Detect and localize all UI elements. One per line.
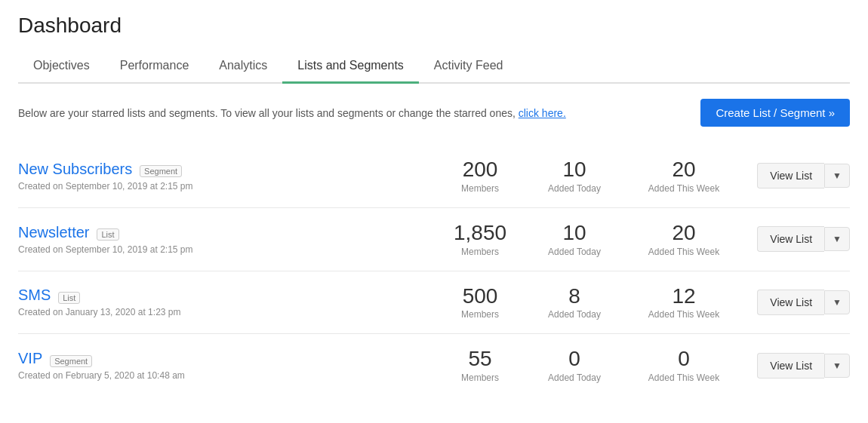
list-row: Newsletter List Created on September 10,… — [18, 208, 850, 271]
tab-activity-feed[interactable]: Activity Feed — [419, 50, 519, 84]
col-members-vip: 55 Members — [435, 348, 525, 383]
col-name-newsletter: Newsletter List Created on September 10,… — [18, 224, 435, 255]
list-row: SMS List Created on January 13, 2020 at … — [18, 271, 850, 335]
added-today-label-sms: Added Today — [525, 309, 623, 320]
col-added-week-new-subscribers: 20 Added This Week — [623, 158, 744, 194]
col-action-newsletter: View List ▼ — [744, 226, 850, 252]
item-badge-sms: List — [58, 292, 80, 304]
col-action-new-subscribers: View List ▼ — [744, 163, 850, 189]
members-number-new-subscribers: 200 — [435, 158, 525, 182]
col-members-newsletter: 1,850 Members — [435, 222, 525, 257]
added-week-number-sms: 12 — [623, 285, 744, 308]
view-list-dropdown-newsletter[interactable]: ▼ — [824, 227, 850, 251]
members-label-newsletter: Members — [435, 247, 525, 257]
list-row: New Subscribers Segment Created on Septe… — [18, 145, 850, 208]
added-week-label-newsletter: Added This Week — [623, 247, 744, 257]
members-label-vip: Members — [435, 372, 525, 383]
col-added-week-vip: 0 Added This Week — [623, 348, 744, 383]
col-action-vip: View List ▼ — [744, 353, 850, 379]
view-btn-wrapper-sms: View List ▼ — [744, 290, 850, 315]
col-added-today-vip: 0 Added Today — [525, 348, 623, 383]
added-today-label-newsletter: Added Today — [525, 247, 623, 257]
members-number-vip: 55 — [435, 348, 525, 371]
members-label-sms: Members — [435, 309, 525, 320]
item-name-vip[interactable]: VIP — [18, 350, 42, 366]
item-created-sms: Created on January 13, 2020 at 1:23 pm — [18, 307, 435, 317]
added-today-number-newsletter: 10 — [525, 222, 623, 245]
item-badge-new-subscribers: Segment — [140, 165, 182, 177]
item-created-new-subscribers: Created on September 10, 2019 at 2:15 pm — [18, 181, 435, 192]
col-members-new-subscribers: 200 Members — [435, 158, 525, 194]
view-btn-wrapper-new-subscribers: View List ▼ — [744, 163, 850, 189]
added-today-label-new-subscribers: Added Today — [525, 183, 623, 194]
added-week-label-vip: Added This Week — [623, 372, 744, 383]
item-created-newsletter: Created on September 10, 2019 at 2:15 pm — [18, 244, 435, 255]
page-header: Dashboard ObjectivesPerformanceAnalytics… — [0, 0, 868, 84]
col-name-new-subscribers: New Subscribers Segment Created on Septe… — [18, 161, 435, 192]
col-added-week-newsletter: 20 Added This Week — [623, 222, 744, 257]
col-members-sms: 500 Members — [435, 285, 525, 320]
view-list-button-sms[interactable]: View List — [757, 290, 824, 315]
members-label-new-subscribers: Members — [435, 183, 525, 194]
view-btn-wrapper-newsletter: View List ▼ — [744, 226, 850, 252]
added-week-label-sms: Added This Week — [623, 309, 744, 320]
added-week-number-newsletter: 20 — [623, 222, 744, 245]
added-week-number-vip: 0 — [623, 348, 744, 371]
col-added-today-new-subscribers: 10 Added Today — [525, 158, 623, 194]
list-row: VIP Segment Created on February 5, 2020 … — [18, 334, 850, 397]
view-list-button-vip[interactable]: View List — [757, 353, 824, 379]
item-name-newsletter[interactable]: Newsletter — [18, 224, 89, 241]
lists-container: New Subscribers Segment Created on Septe… — [18, 145, 850, 397]
tab-objectives[interactable]: Objectives — [18, 50, 105, 84]
col-added-today-sms: 8 Added Today — [525, 285, 623, 320]
col-action-sms: View List ▼ — [744, 290, 850, 315]
view-list-button-newsletter[interactable]: View List — [757, 226, 824, 252]
info-text-before: Below are your starred lists and segment… — [18, 107, 516, 119]
members-number-newsletter: 1,850 — [435, 222, 525, 245]
view-list-button-new-subscribers[interactable]: View List — [757, 163, 824, 189]
tab-lists-segments[interactable]: Lists and Segments — [282, 50, 419, 84]
item-badge-vip: Segment — [50, 355, 92, 367]
col-name-sms: SMS List Created on January 13, 2020 at … — [18, 287, 435, 317]
col-name-vip: VIP Segment Created on February 5, 2020 … — [18, 350, 435, 381]
click-here-link[interactable]: click here. — [519, 107, 566, 119]
info-text: Below are your starred lists and segment… — [18, 107, 566, 119]
create-list-segment-button[interactable]: Create List / Segment » — [700, 99, 850, 127]
added-today-label-vip: Added Today — [525, 372, 623, 383]
added-week-label-new-subscribers: Added This Week — [623, 183, 744, 194]
view-btn-wrapper-vip: View List ▼ — [744, 353, 850, 379]
col-added-week-sms: 12 Added This Week — [623, 285, 744, 320]
added-today-number-vip: 0 — [525, 348, 623, 371]
view-list-dropdown-vip[interactable]: ▼ — [824, 354, 850, 378]
view-list-dropdown-new-subscribers[interactable]: ▼ — [824, 164, 850, 188]
item-badge-newsletter: List — [97, 228, 119, 241]
content-area: Below are your starred lists and segment… — [0, 84, 868, 412]
tab-performance[interactable]: Performance — [105, 50, 205, 84]
col-added-today-newsletter: 10 Added Today — [525, 222, 623, 257]
item-name-sms[interactable]: SMS — [18, 287, 51, 303]
members-number-sms: 500 — [435, 285, 525, 308]
page-title: Dashboard — [18, 14, 850, 38]
tab-analytics[interactable]: Analytics — [204, 50, 282, 84]
info-bar: Below are your starred lists and segment… — [18, 99, 850, 127]
item-created-vip: Created on February 5, 2020 at 10:48 am — [18, 370, 435, 381]
page-wrapper: Dashboard ObjectivesPerformanceAnalytics… — [0, 0, 868, 423]
nav-tabs: ObjectivesPerformanceAnalyticsLists and … — [18, 50, 850, 84]
added-today-number-new-subscribers: 10 — [525, 158, 623, 182]
added-today-number-sms: 8 — [525, 285, 623, 308]
added-week-number-new-subscribers: 20 — [623, 158, 744, 182]
view-list-dropdown-sms[interactable]: ▼ — [824, 290, 850, 314]
item-name-new-subscribers[interactable]: New Subscribers — [18, 161, 132, 177]
